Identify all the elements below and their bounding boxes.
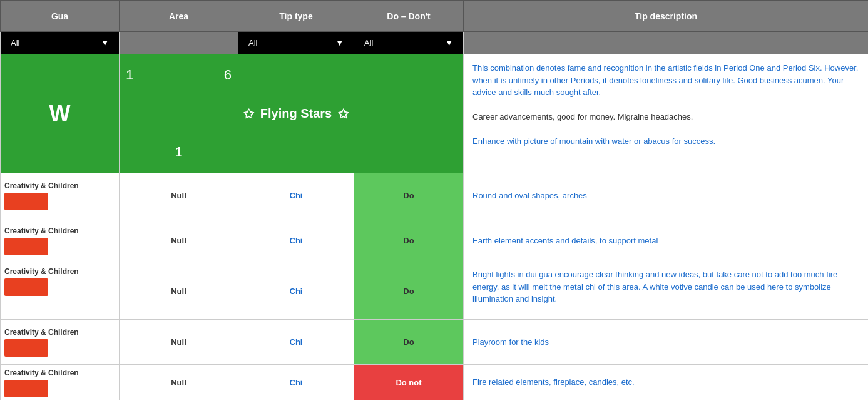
- desc-cell-0: Round and oval shapes, arches: [464, 173, 869, 218]
- gua-cell-4: Creativity & Children: [1, 365, 120, 400]
- filter-tiptype-dropdown[interactable]: All ▼: [243, 34, 349, 51]
- gua-cell-0: Creativity & Children: [1, 173, 120, 218]
- tiptype-cell-3: Chi: [238, 320, 354, 365]
- header-tiptype: Tip type: [238, 1, 354, 32]
- filter-gua-dropdown[interactable]: All ▼: [6, 34, 114, 51]
- table-row: Creativity & Children Null Chi Do not Fi…: [1, 365, 869, 400]
- header-dodonut: Do – Don't: [354, 1, 464, 32]
- table-row: Creativity & Children Null Chi Do Bright…: [1, 263, 869, 320]
- header-gua: Gua: [1, 1, 120, 32]
- flying-stars-desc-black: Career advancements, good for money. Mig…: [472, 112, 693, 121]
- filter-gua-cell[interactable]: All ▼: [1, 32, 120, 54]
- flying-stars-row: W 1 6 1 ✩ Flying Stars ✩: [1, 54, 869, 173]
- dotype-cell-1: Do: [354, 218, 464, 263]
- area-cell-3: Null: [120, 320, 238, 365]
- dodonut-dropdown-arrow-icon: ▼: [445, 38, 453, 48]
- filter-tipdesc-cell: [464, 32, 869, 54]
- filter-tiptype-cell[interactable]: All ▼: [238, 32, 354, 54]
- flying-stars-dodonut-cell: [354, 54, 464, 173]
- tiptype-cell-4: Chi: [238, 365, 354, 400]
- gua-label-4: Creativity & Children: [4, 369, 115, 377]
- tiptype-cell-2: Chi: [238, 263, 354, 320]
- flying-stars-desc-blue2: Enhance with picture of mountain with wa…: [472, 136, 715, 146]
- area-cell-4: Null: [120, 365, 238, 400]
- tiptype-dropdown-arrow-icon: ▼: [335, 38, 344, 48]
- star-left-icon: ✩: [243, 106, 254, 121]
- flying-stars-area-cell: 1 6 1: [120, 54, 238, 173]
- gua-label-1: Creativity & Children: [4, 227, 115, 235]
- area-cell-2: Null: [120, 263, 238, 320]
- gua-cell-1: Creativity & Children: [1, 218, 120, 263]
- gua-label-0: Creativity & Children: [4, 181, 115, 190]
- gua-color-bar-0: [4, 193, 48, 210]
- tiptype-cell-0: Chi: [238, 173, 354, 218]
- desc-cell-1: Earth element accents and details, to su…: [464, 218, 869, 263]
- table-row: Creativity & Children Null Chi Do Playro…: [1, 320, 869, 365]
- filter-dodonut-cell[interactable]: All ▼: [354, 32, 464, 54]
- filter-area-cell: [120, 32, 238, 54]
- gua-dropdown-arrow-icon: ▼: [101, 38, 109, 48]
- gua-color-bar-3: [4, 339, 48, 357]
- gua-color-bar-1: [4, 238, 48, 255]
- flying-stars-gua-cell: W: [1, 54, 120, 173]
- desc-cell-3: Playroom for the kids: [464, 320, 869, 365]
- area-cell-0: Null: [120, 173, 238, 218]
- filter-dodonut-dropdown[interactable]: All ▼: [359, 34, 458, 51]
- desc-cell-2: Bright lights in dui gua encourage clear…: [464, 263, 869, 320]
- table-header-row2: All ▼ All ▼ All ▼: [1, 32, 869, 54]
- desc-cell-4: Fire related elements, fireplace, candle…: [464, 365, 869, 400]
- dotype-cell-0: Do: [354, 173, 464, 218]
- table-row: Creativity & Children Null Chi Do Earth …: [1, 218, 869, 263]
- dotype-cell-3: Do: [354, 320, 464, 365]
- dotype-cell-2: Do: [354, 263, 464, 320]
- table-row: Creativity & Children Null Chi Do Round …: [1, 173, 869, 218]
- flying-stars-desc-blue1: This combination denotes fame and recogn…: [472, 63, 858, 97]
- gua-label-3: Creativity & Children: [4, 328, 115, 337]
- star-right-icon: ✩: [338, 106, 349, 121]
- header-area: Area: [120, 1, 238, 32]
- table-header-row1: Gua Area Tip type Do – Don't Tip descrip…: [1, 1, 869, 32]
- gua-color-bar-4: [4, 380, 48, 397]
- tiptype-cell-1: Chi: [238, 218, 354, 263]
- gua-cell-2: Creativity & Children: [1, 263, 120, 320]
- dotype-cell-4: Do not: [354, 365, 464, 400]
- header-tipdesc: Tip description: [464, 1, 869, 32]
- flying-stars-desc-cell: This combination denotes fame and recogn…: [464, 54, 869, 173]
- gua-cell-3: Creativity & Children: [1, 320, 120, 365]
- gua-color-bar-2: [4, 278, 48, 296]
- gua-label-2: Creativity & Children: [4, 267, 115, 276]
- flying-stars-tiptype-cell: ✩ Flying Stars ✩: [238, 54, 354, 173]
- area-cell-1: Null: [120, 218, 238, 263]
